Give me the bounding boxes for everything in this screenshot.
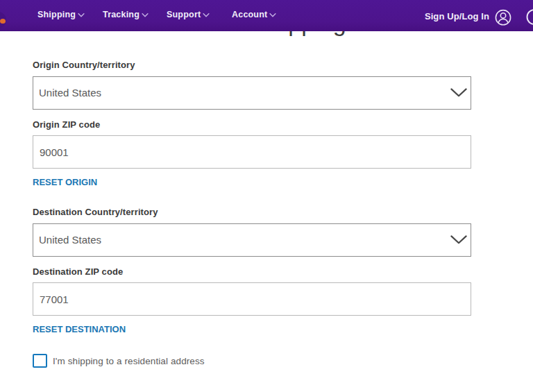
origin-country-select[interactable]: United States [33, 76, 471, 110]
origin-zip-input[interactable] [33, 135, 471, 169]
nav-item-account[interactable]: Account [232, 0, 276, 30]
account-icon[interactable] [495, 9, 511, 26]
nav-item-label: Account [232, 10, 267, 19]
rate-form: Origin Country/territory United States O… [33, 60, 471, 368]
destination-country-label: Destination Country/territory [33, 207, 471, 217]
nav-item-label: Shipping [37, 10, 76, 19]
search-icon[interactable] [526, 8, 533, 25]
nav-item-label: Tracking [103, 10, 139, 19]
chevron-down-icon [142, 13, 149, 17]
residential-checkbox-row: I'm shipping to a residential address [33, 354, 471, 368]
origin-country-value: United States [33, 87, 101, 99]
nav-item-support[interactable]: Support [167, 0, 210, 30]
top-navigation-bar: Shipping Tracking Support Account Sign U… [0, 0, 533, 31]
reset-origin-link[interactable]: RESET ORIGIN [33, 178, 97, 187]
header-right-group: Sign Up/Log In [425, 0, 533, 31]
chevron-down-icon [450, 235, 467, 244]
nav-item-tracking[interactable]: Tracking [103, 0, 149, 30]
fedex-logo-fragment[interactable] [0, 10, 8, 29]
chevron-down-icon [203, 13, 210, 17]
origin-country-label: Origin Country/territory [33, 60, 471, 70]
destination-country-select[interactable]: United States [33, 223, 471, 257]
nav-item-label: Support [167, 10, 201, 19]
destination-zip-label: Destination ZIP code [33, 266, 471, 277]
nav-item-shipping[interactable]: Shipping [37, 0, 85, 30]
chevron-down-icon [269, 13, 276, 17]
chevron-down-icon [450, 88, 467, 97]
residential-checkbox[interactable] [33, 354, 47, 368]
logo-orange-dot [0, 19, 6, 24]
sign-up-log-in-link[interactable]: Sign Up/Log In [425, 11, 489, 22]
reset-destination-link[interactable]: RESET DESTINATION [33, 325, 126, 334]
residential-checkbox-label: I'm shipping to a residential address [53, 356, 205, 366]
chevron-down-icon [78, 13, 85, 17]
destination-country-value: United States [33, 234, 101, 246]
origin-zip-label: Origin ZIP code [33, 119, 471, 130]
page: Calculate FedEx shipping rates Shipping … [0, 0, 533, 392]
destination-zip-input[interactable] [33, 282, 471, 316]
